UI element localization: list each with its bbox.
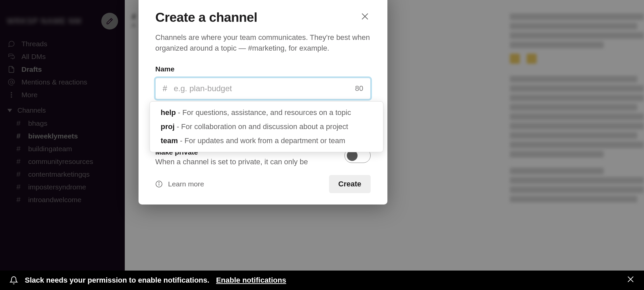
modal-description: Channels are where your team communicate… [155, 32, 371, 54]
suggestion-proj[interactable]: proj - For collaboration on and discussi… [150, 120, 383, 134]
name-suggestions-dropdown: help - For questions, assistance, and re… [150, 101, 383, 152]
notification-permission-bar: Slack needs your permission to enable no… [0, 271, 644, 290]
channel-name-input[interactable] [155, 78, 371, 99]
suggestion-team[interactable]: team - For updates and work from a depar… [150, 134, 383, 148]
learn-more-link[interactable]: Learn more [155, 180, 204, 188]
modal-title: Create a channel [155, 10, 257, 25]
create-channel-modal: Create a channel Channels are where your… [139, 0, 387, 205]
name-field-label: Name [155, 65, 371, 73]
bell-icon [9, 276, 18, 285]
notification-text: Slack needs your permission to enable no… [25, 276, 209, 285]
make-private-description: When a channel is set to private, it can… [155, 158, 308, 166]
char-count: 80 [355, 84, 363, 93]
name-input-wrap: # 80 help - For questions, assistance, a… [155, 78, 371, 99]
svg-point-6 [159, 182, 159, 183]
enable-notifications-link[interactable]: Enable notifications [216, 276, 286, 285]
hash-icon: # [163, 84, 167, 93]
suggestion-help[interactable]: help - For questions, assistance, and re… [150, 106, 383, 120]
notification-close-button[interactable] [627, 275, 635, 285]
info-icon [155, 180, 163, 188]
close-icon [361, 12, 369, 21]
close-button[interactable] [361, 12, 371, 22]
close-icon [627, 275, 635, 283]
create-button[interactable]: Create [329, 175, 371, 193]
